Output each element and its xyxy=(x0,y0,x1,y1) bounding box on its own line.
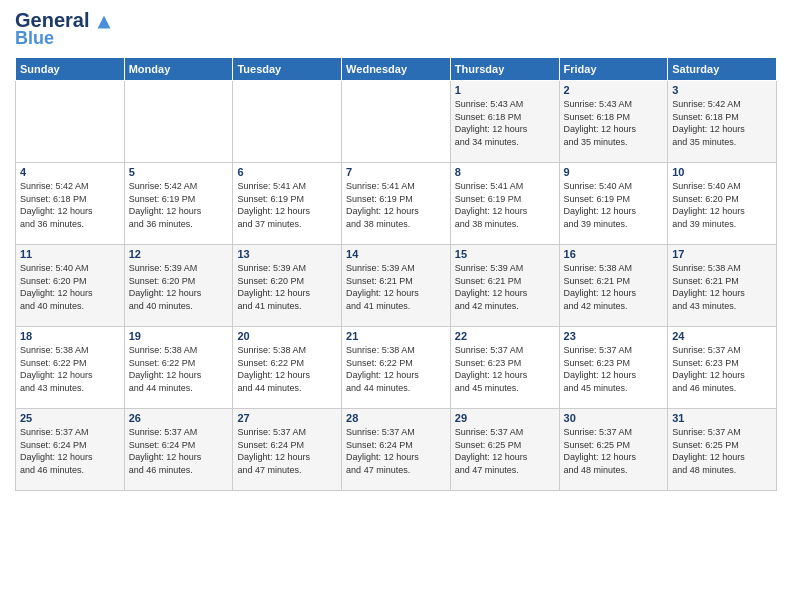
weekday-sunday: Sunday xyxy=(16,58,125,81)
day-info: Sunrise: 5:37 AM Sunset: 6:25 PM Dayligh… xyxy=(672,426,772,476)
week-row-5: 25Sunrise: 5:37 AM Sunset: 6:24 PM Dayli… xyxy=(16,409,777,491)
day-cell: 26Sunrise: 5:37 AM Sunset: 6:24 PM Dayli… xyxy=(124,409,233,491)
day-number: 15 xyxy=(455,248,555,260)
day-info: Sunrise: 5:38 AM Sunset: 6:21 PM Dayligh… xyxy=(564,262,664,312)
day-info: Sunrise: 5:43 AM Sunset: 6:18 PM Dayligh… xyxy=(455,98,555,148)
day-cell: 2Sunrise: 5:43 AM Sunset: 6:18 PM Daylig… xyxy=(559,81,668,163)
week-row-1: 1Sunrise: 5:43 AM Sunset: 6:18 PM Daylig… xyxy=(16,81,777,163)
day-info: Sunrise: 5:39 AM Sunset: 6:20 PM Dayligh… xyxy=(237,262,337,312)
day-number: 13 xyxy=(237,248,337,260)
day-number: 14 xyxy=(346,248,446,260)
day-number: 7 xyxy=(346,166,446,178)
day-cell: 23Sunrise: 5:37 AM Sunset: 6:23 PM Dayli… xyxy=(559,327,668,409)
day-info: Sunrise: 5:37 AM Sunset: 6:23 PM Dayligh… xyxy=(564,344,664,394)
day-info: Sunrise: 5:37 AM Sunset: 6:24 PM Dayligh… xyxy=(346,426,446,476)
day-number: 12 xyxy=(129,248,229,260)
day-number: 8 xyxy=(455,166,555,178)
day-cell: 21Sunrise: 5:38 AM Sunset: 6:22 PM Dayli… xyxy=(342,327,451,409)
day-info: Sunrise: 5:39 AM Sunset: 6:21 PM Dayligh… xyxy=(346,262,446,312)
day-cell: 29Sunrise: 5:37 AM Sunset: 6:25 PM Dayli… xyxy=(450,409,559,491)
day-number: 21 xyxy=(346,330,446,342)
day-number: 11 xyxy=(20,248,120,260)
day-info: Sunrise: 5:38 AM Sunset: 6:22 PM Dayligh… xyxy=(237,344,337,394)
weekday-saturday: Saturday xyxy=(668,58,777,81)
day-number: 6 xyxy=(237,166,337,178)
day-cell: 6Sunrise: 5:41 AM Sunset: 6:19 PM Daylig… xyxy=(233,163,342,245)
day-info: Sunrise: 5:41 AM Sunset: 6:19 PM Dayligh… xyxy=(237,180,337,230)
day-info: Sunrise: 5:42 AM Sunset: 6:18 PM Dayligh… xyxy=(20,180,120,230)
day-number: 28 xyxy=(346,412,446,424)
day-cell xyxy=(342,81,451,163)
day-cell: 16Sunrise: 5:38 AM Sunset: 6:21 PM Dayli… xyxy=(559,245,668,327)
day-number: 29 xyxy=(455,412,555,424)
day-number: 1 xyxy=(455,84,555,96)
weekday-wednesday: Wednesday xyxy=(342,58,451,81)
day-number: 4 xyxy=(20,166,120,178)
day-info: Sunrise: 5:39 AM Sunset: 6:21 PM Dayligh… xyxy=(455,262,555,312)
day-info: Sunrise: 5:38 AM Sunset: 6:22 PM Dayligh… xyxy=(346,344,446,394)
day-number: 17 xyxy=(672,248,772,260)
day-cell xyxy=(124,81,233,163)
svg-marker-0 xyxy=(98,15,111,28)
day-info: Sunrise: 5:38 AM Sunset: 6:22 PM Dayligh… xyxy=(129,344,229,394)
week-row-2: 4Sunrise: 5:42 AM Sunset: 6:18 PM Daylig… xyxy=(16,163,777,245)
day-number: 30 xyxy=(564,412,664,424)
day-cell: 19Sunrise: 5:38 AM Sunset: 6:22 PM Dayli… xyxy=(124,327,233,409)
day-cell: 10Sunrise: 5:40 AM Sunset: 6:20 PM Dayli… xyxy=(668,163,777,245)
day-info: Sunrise: 5:37 AM Sunset: 6:24 PM Dayligh… xyxy=(129,426,229,476)
day-cell: 4Sunrise: 5:42 AM Sunset: 6:18 PM Daylig… xyxy=(16,163,125,245)
day-cell xyxy=(233,81,342,163)
day-cell: 27Sunrise: 5:37 AM Sunset: 6:24 PM Dayli… xyxy=(233,409,342,491)
day-cell: 3Sunrise: 5:42 AM Sunset: 6:18 PM Daylig… xyxy=(668,81,777,163)
day-number: 20 xyxy=(237,330,337,342)
day-info: Sunrise: 5:37 AM Sunset: 6:24 PM Dayligh… xyxy=(237,426,337,476)
day-cell: 31Sunrise: 5:37 AM Sunset: 6:25 PM Dayli… xyxy=(668,409,777,491)
header: General Blue xyxy=(15,10,777,49)
day-cell: 20Sunrise: 5:38 AM Sunset: 6:22 PM Dayli… xyxy=(233,327,342,409)
day-cell: 7Sunrise: 5:41 AM Sunset: 6:19 PM Daylig… xyxy=(342,163,451,245)
day-info: Sunrise: 5:37 AM Sunset: 6:23 PM Dayligh… xyxy=(455,344,555,394)
day-info: Sunrise: 5:40 AM Sunset: 6:19 PM Dayligh… xyxy=(564,180,664,230)
day-number: 24 xyxy=(672,330,772,342)
weekday-thursday: Thursday xyxy=(450,58,559,81)
day-number: 9 xyxy=(564,166,664,178)
day-cell xyxy=(16,81,125,163)
day-info: Sunrise: 5:43 AM Sunset: 6:18 PM Dayligh… xyxy=(564,98,664,148)
day-number: 18 xyxy=(20,330,120,342)
day-number: 23 xyxy=(564,330,664,342)
day-number: 5 xyxy=(129,166,229,178)
page: General Blue SundayMondayTuesdayWednesda… xyxy=(0,0,792,612)
day-cell: 15Sunrise: 5:39 AM Sunset: 6:21 PM Dayli… xyxy=(450,245,559,327)
day-cell: 17Sunrise: 5:38 AM Sunset: 6:21 PM Dayli… xyxy=(668,245,777,327)
day-info: Sunrise: 5:37 AM Sunset: 6:24 PM Dayligh… xyxy=(20,426,120,476)
calendar: SundayMondayTuesdayWednesdayThursdayFrid… xyxy=(15,57,777,491)
day-info: Sunrise: 5:42 AM Sunset: 6:18 PM Dayligh… xyxy=(672,98,772,148)
day-number: 19 xyxy=(129,330,229,342)
day-number: 16 xyxy=(564,248,664,260)
day-info: Sunrise: 5:40 AM Sunset: 6:20 PM Dayligh… xyxy=(20,262,120,312)
day-info: Sunrise: 5:38 AM Sunset: 6:22 PM Dayligh… xyxy=(20,344,120,394)
day-cell: 25Sunrise: 5:37 AM Sunset: 6:24 PM Dayli… xyxy=(16,409,125,491)
day-cell: 11Sunrise: 5:40 AM Sunset: 6:20 PM Dayli… xyxy=(16,245,125,327)
day-number: 3 xyxy=(672,84,772,96)
day-info: Sunrise: 5:37 AM Sunset: 6:25 PM Dayligh… xyxy=(455,426,555,476)
day-info: Sunrise: 5:37 AM Sunset: 6:25 PM Dayligh… xyxy=(564,426,664,476)
day-number: 31 xyxy=(672,412,772,424)
day-number: 25 xyxy=(20,412,120,424)
weekday-header-row: SundayMondayTuesdayWednesdayThursdayFrid… xyxy=(16,58,777,81)
day-cell: 8Sunrise: 5:41 AM Sunset: 6:19 PM Daylig… xyxy=(450,163,559,245)
weekday-tuesday: Tuesday xyxy=(233,58,342,81)
day-cell: 24Sunrise: 5:37 AM Sunset: 6:23 PM Dayli… xyxy=(668,327,777,409)
weekday-friday: Friday xyxy=(559,58,668,81)
day-cell: 14Sunrise: 5:39 AM Sunset: 6:21 PM Dayli… xyxy=(342,245,451,327)
week-row-3: 11Sunrise: 5:40 AM Sunset: 6:20 PM Dayli… xyxy=(16,245,777,327)
day-cell: 30Sunrise: 5:37 AM Sunset: 6:25 PM Dayli… xyxy=(559,409,668,491)
day-info: Sunrise: 5:41 AM Sunset: 6:19 PM Dayligh… xyxy=(346,180,446,230)
day-number: 26 xyxy=(129,412,229,424)
day-cell: 22Sunrise: 5:37 AM Sunset: 6:23 PM Dayli… xyxy=(450,327,559,409)
day-info: Sunrise: 5:41 AM Sunset: 6:19 PM Dayligh… xyxy=(455,180,555,230)
day-cell: 1Sunrise: 5:43 AM Sunset: 6:18 PM Daylig… xyxy=(450,81,559,163)
logo: General Blue xyxy=(15,10,113,49)
day-cell: 13Sunrise: 5:39 AM Sunset: 6:20 PM Dayli… xyxy=(233,245,342,327)
day-info: Sunrise: 5:38 AM Sunset: 6:21 PM Dayligh… xyxy=(672,262,772,312)
